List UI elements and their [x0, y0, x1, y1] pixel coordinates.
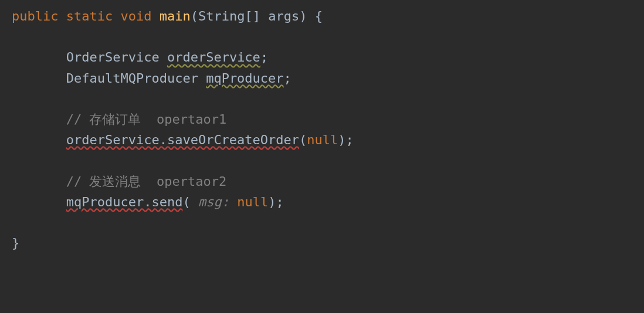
line-9: // 发送消息 opertaor2 — [12, 174, 226, 189]
type-string: String — [198, 9, 245, 23]
keyword-public: public — [12, 9, 58, 23]
call-send: mqProducer.send — [66, 195, 183, 209]
paren-open: ( — [182, 195, 190, 209]
var-mqproducer: mqProducer — [206, 71, 283, 86]
paren-close: ) — [268, 195, 276, 209]
code-editor[interactable]: public static void main(String[] args) {… — [12, 6, 644, 253]
semicolon: ; — [276, 195, 283, 209]
semicolon: ; — [284, 71, 292, 86]
brackets: [] — [245, 9, 260, 23]
line-7: orderService.saveOrCreateOrder(null); — [12, 132, 354, 147]
paren-close: ) — [338, 132, 345, 147]
var-orderservice: orderService — [167, 50, 260, 64]
type-orderservice: OrderService — [66, 50, 160, 64]
param-args: args — [268, 9, 299, 23]
line-12: } — [12, 236, 19, 250]
keyword-static: static — [66, 9, 113, 23]
paren-open: ( — [299, 132, 307, 147]
type-defaultmqproducer: DefaultMQProducer — [66, 71, 198, 86]
semicolon: ; — [260, 50, 268, 64]
line-4: DefaultMQProducer mqProducer; — [12, 71, 292, 86]
line-10: mqProducer.send( msg: null); — [12, 195, 284, 209]
line-6: // 存储订单 opertaor1 — [12, 112, 226, 127]
keyword-null-1: null — [307, 132, 338, 147]
line-3: OrderService orderService; — [12, 50, 268, 64]
line-1: public static void main(String[] args) { — [12, 9, 323, 23]
comment-1: // 存储订单 opertaor1 — [66, 112, 226, 127]
semicolon: ; — [346, 132, 354, 147]
comment-2: // 发送消息 opertaor2 — [66, 174, 226, 189]
call-saveorcreate: orderService.saveOrCreateOrder — [66, 132, 299, 147]
keyword-void: void — [120, 9, 151, 23]
keyword-null-2: null — [237, 195, 268, 209]
brace-close: } — [12, 236, 19, 250]
paren-close: ) — [299, 9, 307, 23]
method-name-main: main — [160, 9, 191, 23]
brace-open: { — [315, 9, 323, 23]
param-hint-msg: msg: — [191, 195, 237, 209]
paren-open: ( — [191, 9, 198, 23]
